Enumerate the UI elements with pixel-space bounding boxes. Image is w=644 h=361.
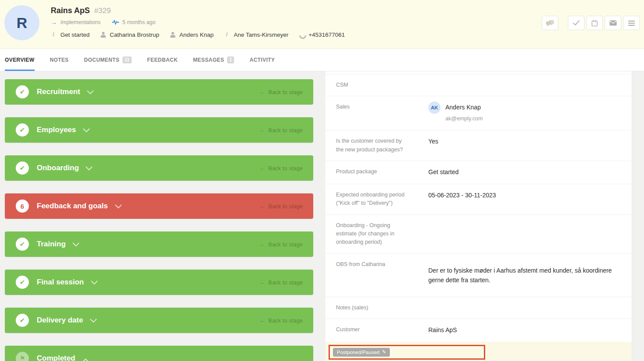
tab-bar: OVERVIEW NOTES DOCUMENTS 11 FEEDBACK MES… — [0, 49, 644, 71]
field-value-text: 05-06-2023 - 30-11-2023 — [428, 191, 496, 200]
chevron-icon[interactable] — [90, 315, 97, 322]
field-value: Rains ApS — [428, 326, 457, 335]
back-to-stage-button[interactable]: ← Back to stage — [259, 127, 303, 133]
detail-row: Product package Get started — [325, 161, 632, 184]
last-activity: 5 months ago — [122, 19, 156, 25]
contact-item[interactable]: Ane Tams-Kirsmeyer — [224, 32, 288, 38]
field-value-text: Der er to fysiske møder i Aarhus afstemt… — [428, 260, 625, 285]
header-actions — [542, 16, 640, 30]
back-to-stage-button[interactable]: ← Back to stage — [259, 317, 303, 324]
field-value-sub: ak@emply.com — [445, 116, 483, 122]
tab[interactable]: MESSAGES 1 — [193, 49, 234, 71]
contact-type-icon — [299, 32, 305, 38]
field-label: CSM — [325, 81, 405, 89]
back-to-stage-button[interactable]: ← Back to stage — [259, 89, 303, 95]
stage-card[interactable]: ✔ Recruitment ← Back to stage — [5, 79, 313, 105]
stage-card[interactable]: ✔ Delivery date ← Back to stage — [5, 308, 313, 333]
tab[interactable]: FEEDBACK — [147, 49, 178, 71]
tab[interactable]: ACTIVITY — [249, 49, 275, 71]
back-to-stage-button[interactable]: ← Back to stage — [259, 203, 303, 210]
calendar-icon — [591, 20, 598, 27]
stage-card[interactable]: ✔ Final session ← Back to stage — [5, 270, 313, 295]
details-rows: CSM Sales AK Anders Knap ak@emply.com Is… — [325, 74, 632, 342]
edit-pencil-icon: ✎ — [382, 350, 386, 354]
back-to-stage-label: Back to stage — [268, 165, 303, 172]
stage-title: Final session — [37, 278, 84, 287]
detail-row: Expected onboarding period ("Kick off" t… — [325, 184, 632, 214]
back-to-stage-label: Back to stage — [268, 203, 303, 210]
checkmark-icon — [573, 20, 580, 26]
contact-label: Catharina Brostrup — [110, 32, 159, 38]
detail-row: Onboarding - Ongoing estimate (for chang… — [325, 214, 632, 253]
detail-row: Customer Rains ApS — [325, 319, 632, 342]
detail-row: Notes (sales) — [325, 297, 632, 319]
stage-card[interactable]: ⚑ Completed — [5, 346, 313, 361]
detail-row: OBS from Catharina Der er to fysiske mød… — [325, 253, 632, 297]
tab[interactable]: OVERVIEW — [5, 49, 35, 71]
chat-bubbles-icon — [546, 20, 554, 27]
chevron-icon[interactable] — [83, 125, 90, 132]
chevron-icon[interactable] — [87, 87, 94, 94]
comments-button[interactable] — [542, 16, 558, 30]
case-header: R Rains ApS #329 → Implementations 5 mon… — [0, 0, 644, 49]
tab[interactable]: NOTES — [50, 49, 69, 71]
stage-status-icon: ⚑ — [16, 352, 29, 361]
stage-card[interactable]: 6 Feedback and goals ← Back to stage — [5, 193, 313, 219]
status-badge[interactable]: Postponed/Paused ✎ — [333, 348, 390, 357]
tab-count-badge: 11 — [122, 56, 132, 63]
back-to-stage-label: Back to stage — [268, 127, 303, 133]
back-to-stage-button[interactable]: ← Back to stage — [259, 279, 303, 286]
field-value: 05-06-2023 - 30-11-2023 — [428, 191, 496, 208]
tab[interactable]: DOCUMENTS 11 — [84, 49, 132, 71]
stage-status-icon: ✔ — [16, 276, 29, 289]
contact-item[interactable]: +4531677061 — [299, 32, 345, 38]
page-title: Rains ApS — [51, 6, 90, 15]
back-to-stage-label: Back to stage — [268, 317, 303, 324]
email-button[interactable] — [605, 16, 621, 30]
chevron-icon[interactable] — [115, 201, 122, 208]
back-to-stage-label: Back to stage — [268, 279, 303, 286]
hamburger-menu-icon — [628, 21, 635, 26]
back-arrow-icon: ← — [259, 89, 265, 95]
stage-status-icon: 6 — [16, 200, 29, 213]
contact-item[interactable]: Catharina Brostrup — [100, 32, 159, 38]
activity-pulse-icon — [112, 19, 119, 25]
chevron-icon[interactable] — [86, 163, 93, 170]
back-to-stage-button[interactable]: ← Back to stage — [259, 241, 303, 248]
stage-list: ✔ Recruitment ← Back to stage ✔ Employee… — [5, 79, 313, 361]
chevron-icon[interactable] — [91, 277, 98, 284]
field-value: AK Anders Knap ak@emply.com — [428, 103, 483, 123]
arrow-right-icon: → — [51, 19, 57, 25]
contact-item[interactable]: Anders Knap — [170, 32, 214, 38]
more-menu-button[interactable] — [623, 16, 640, 30]
chevron-icon[interactable] — [73, 239, 80, 246]
planner-button[interactable] — [586, 16, 603, 30]
envelope-icon — [609, 20, 617, 26]
tab-label: DOCUMENTS — [84, 57, 119, 63]
back-arrow-icon: ← — [259, 165, 265, 172]
stage-title: Delivery date — [37, 316, 83, 325]
contacts-row: Get started Catharina Brostrup Anders Kn… — [51, 32, 351, 38]
field-value: Yes — [428, 137, 438, 154]
contact-label: Anders Knap — [179, 32, 214, 38]
field-label: Onboarding - Ongoing estimate (for chang… — [325, 221, 405, 247]
case-number: #329 — [94, 7, 111, 15]
stage-card[interactable]: ✔ Training ← Back to stage — [5, 231, 313, 257]
contact-type-icon — [51, 32, 57, 38]
field-label: Product package — [325, 168, 405, 177]
back-arrow-icon: ← — [259, 127, 265, 133]
field-value-text: Yes — [428, 137, 438, 147]
tab-label: OVERVIEW — [5, 57, 35, 63]
field-value: Der er to fysiske møder i Aarhus afstemt… — [428, 260, 625, 290]
stage-card[interactable]: ✔ Employees ← Back to stage — [5, 117, 313, 143]
chevron-icon[interactable] — [82, 358, 89, 361]
status-strip: Postponed/Paused ✎ — [325, 342, 632, 361]
complete-task-button[interactable] — [568, 16, 584, 30]
detail-row: CSM — [325, 74, 632, 96]
stage-title: Recruitment — [37, 88, 80, 96]
breadcrumb[interactable]: Implementations — [60, 19, 101, 25]
contact-item[interactable]: Get started — [51, 32, 90, 38]
stage-card[interactable]: ✔ Onboarding ← Back to stage — [5, 155, 313, 181]
back-to-stage-button[interactable]: ← Back to stage — [259, 165, 303, 172]
detail-row: Is the customer covered by the new produ… — [325, 130, 632, 161]
